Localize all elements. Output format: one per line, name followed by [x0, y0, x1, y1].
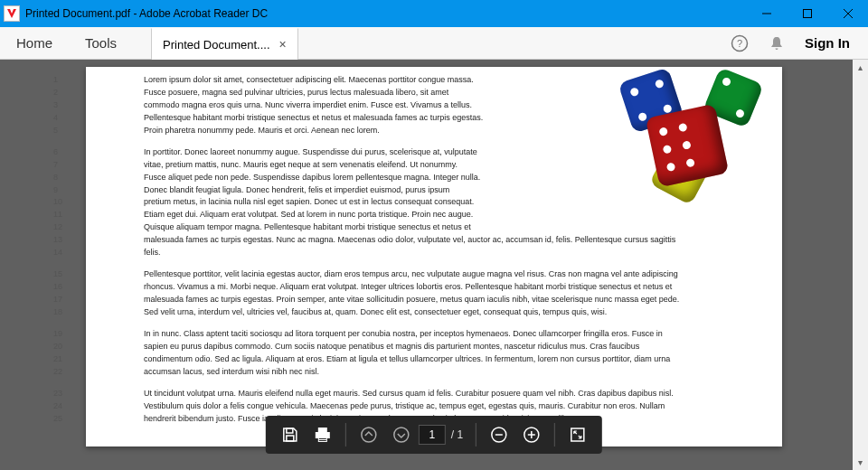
page-total-label: / 1 [451, 428, 463, 441]
zoom-out-icon[interactable] [484, 419, 514, 450]
svg-rect-20 [571, 428, 584, 441]
tools-button[interactable]: Tools [69, 27, 133, 59]
text-line: 20sapien eu purus dapibus commodo. Cum s… [93, 341, 764, 353]
text-line: 19In in nunc. Class aptent taciti socios… [93, 328, 764, 341]
text-line: 13malesuada fames ac turpis egestas. Nun… [93, 234, 764, 247]
fit-page-icon[interactable] [562, 419, 593, 450]
print-icon[interactable] [307, 419, 338, 450]
scroll-down-arrow[interactable]: ▾ [853, 455, 868, 470]
svg-rect-6 [287, 428, 293, 433]
bell-icon[interactable] [769, 35, 785, 52]
page-down-icon[interactable] [386, 419, 417, 450]
text-line: 24Vestibulum quis dolor a felis congue v… [93, 400, 764, 413]
close-icon[interactable]: × [279, 37, 287, 52]
text-line: 16rhoncus. Vivamus a mi. Morbi neque. Al… [93, 281, 764, 294]
sign-in-button[interactable]: Sign In [805, 35, 850, 51]
text-line: 23Ut tincidunt volutpat urna. Mauris ele… [93, 388, 764, 400]
document-viewport: 1Lorem ipsum dolor sit amet, consectetue… [0, 60, 868, 470]
svg-point-14 [394, 428, 409, 442]
tab-label: Printed Document.... [163, 38, 270, 52]
window-title: Printed Document.pdf - Adobe Acrobat Rea… [25, 7, 746, 20]
close-button[interactable] [827, 0, 868, 27]
zoom-in-icon[interactable] [516, 419, 547, 450]
text-line: 10pretium metus, in lacinia nulla nisl e… [93, 196, 764, 209]
text-line: 15Pellentesque porttitor, velit lacinia … [93, 268, 764, 281]
text-line: 18Sed velit urna, interdum vel, ultricie… [93, 306, 764, 319]
svg-rect-11 [319, 438, 326, 439]
scroll-up-arrow[interactable]: ▴ [853, 60, 868, 75]
svg-rect-7 [287, 436, 294, 441]
window-titlebar: Printed Document.pdf - Adobe Acrobat Rea… [0, 0, 868, 27]
home-button[interactable]: Home [0, 27, 69, 59]
svg-text:?: ? [737, 38, 742, 49]
text-line: 14felis. [93, 247, 764, 259]
page-number-input[interactable] [419, 425, 446, 445]
svg-rect-8 [318, 428, 327, 432]
minimize-button[interactable] [746, 0, 787, 27]
svg-rect-1 [803, 10, 811, 18]
pdf-page: 1Lorem ipsum dolor sit amet, consectetue… [86, 67, 782, 446]
page-scroll-area[interactable]: 1Lorem ipsum dolor sit amet, consectetue… [0, 60, 868, 470]
maximize-button[interactable] [787, 0, 827, 27]
text-line: 12Quisque aliquam tempor magna. Pellente… [93, 221, 764, 234]
svg-rect-12 [319, 440, 326, 441]
vertical-scrollbar[interactable]: ▴ ▾ [853, 60, 868, 470]
text-line: 21condimentum odio. Sed ac ligula. Aliqu… [93, 353, 764, 366]
app-icon [4, 5, 20, 22]
svg-point-13 [362, 428, 376, 442]
page-up-icon[interactable] [354, 419, 384, 450]
page-controls-toolbar: / 1 [266, 416, 602, 454]
dice-image [625, 74, 760, 192]
text-line: 22accumsan lacus, sed interdum wisi nibh… [93, 366, 764, 379]
main-toolbar: Home Tools Printed Document.... × ? Sign… [0, 27, 868, 60]
text-line: 17malesuada fames ac turpis egestas. Pro… [93, 294, 764, 306]
save-icon[interactable] [275, 419, 306, 450]
document-tab[interactable]: Printed Document.... × [151, 28, 298, 60]
help-icon[interactable]: ? [731, 34, 749, 52]
text-line: 11Etiam eget dui. Aliquam erat volutpat.… [93, 209, 764, 221]
